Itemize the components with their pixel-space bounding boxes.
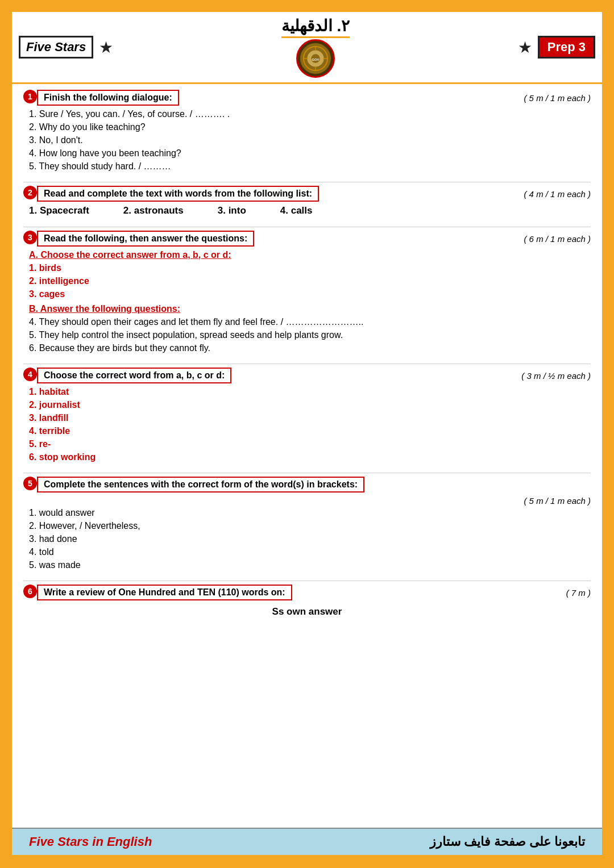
question-1: 1 Finish the following dialogue: ( 5 m /… bbox=[23, 90, 591, 172]
question-2: 2 Read and complete the text with words … bbox=[23, 186, 591, 216]
arabic-title: ٢. الدقهلية bbox=[281, 16, 350, 38]
q5-label-wrap: 5 Complete the sentences with the correc… bbox=[23, 477, 364, 493]
q1-answer-5: 5. They should study hard. / ……… bbox=[23, 161, 591, 172]
q5-marks: ( 5 m / 1 m each ) bbox=[23, 496, 591, 506]
emblem: GOV bbox=[296, 39, 335, 78]
q4-a-6: 6. stop working bbox=[23, 452, 591, 462]
q4-a-4: 4. terrible bbox=[23, 426, 591, 436]
q3-subsection-b-title: B. Answer the following questions: bbox=[23, 304, 591, 314]
q6-marks: ( 7 m ) bbox=[566, 588, 591, 598]
q4-marks: ( 3 m / ½ m each ) bbox=[521, 371, 591, 381]
question-5: 5 Complete the sentences with the correc… bbox=[23, 477, 591, 570]
header-center: ٢. الدقهلية GOV bbox=[281, 16, 350, 78]
header-left: Five Stars ★ bbox=[19, 36, 113, 59]
q4-a-5: 5. re- bbox=[23, 439, 591, 449]
q1-number: 1 bbox=[23, 90, 37, 103]
q2-header: 2 Read and complete the text with words … bbox=[23, 186, 591, 202]
q6-header: 6 Write a review of One Hundred and TEN … bbox=[23, 585, 591, 600]
q4-header: 4 Choose the correct word from a, b, c o… bbox=[23, 368, 591, 383]
q2-number: 2 bbox=[23, 186, 37, 199]
q1-label-wrap: 1 Finish the following dialogue: bbox=[23, 90, 179, 106]
header-right: ★ Prep 3 bbox=[518, 36, 595, 59]
page-footer: Five Stars in English تابعونا على صفحة ف… bbox=[12, 828, 602, 855]
q3-a-3: 3. cages bbox=[23, 289, 591, 299]
exam-page: Five Stars ★ ٢. الدقهلية GOV bbox=[10, 10, 604, 857]
q4-title: Choose the correct word from a, b, c or … bbox=[37, 368, 231, 383]
q2-label-wrap: 2 Read and complete the text with words … bbox=[23, 186, 319, 202]
q5-a-5: 5. was made bbox=[23, 560, 591, 570]
brand-label: Five Stars bbox=[26, 40, 86, 54]
q4-number: 4 bbox=[23, 368, 37, 381]
q4-a-3: 3. landfill bbox=[23, 413, 591, 423]
q1-title: Finish the following dialogue: bbox=[37, 90, 179, 106]
q5-number: 5 bbox=[23, 477, 37, 490]
q5-a-4: 4. told bbox=[23, 547, 591, 557]
q6-label-wrap: 6 Write a review of One Hundred and TEN … bbox=[23, 585, 292, 600]
q4-a-2: 2. journalist bbox=[23, 400, 591, 410]
q2-title: Read and complete the text with words fr… bbox=[37, 186, 319, 202]
star-icon-right: ★ bbox=[518, 38, 532, 57]
q3-a-2: 2. intelligence bbox=[23, 276, 591, 286]
q3-label-wrap: 3 Read the following, then answer the qu… bbox=[23, 231, 254, 247]
q5-title: Complete the sentences with the correct … bbox=[37, 477, 364, 493]
q3-b-2: 5. They help control the insect populati… bbox=[23, 330, 591, 340]
prep-label: Prep 3 bbox=[538, 36, 595, 59]
q1-answer-1: 1. Sure / Yes, you can. / Yes, of course… bbox=[23, 109, 591, 119]
question-6: 6 Write a review of One Hundred and TEN … bbox=[23, 585, 591, 617]
q5-a-2: 2. However, / Nevertheless, bbox=[23, 521, 591, 531]
q4-a-1: 1. habitat bbox=[23, 387, 591, 397]
q6-number: 6 bbox=[23, 585, 37, 598]
q3-subsection-a-title: A. Choose the correct answer from a, b, … bbox=[23, 250, 591, 260]
q4-label-wrap: 4 Choose the correct word from a, b, c o… bbox=[23, 368, 231, 383]
q3-number: 3 bbox=[23, 231, 37, 244]
q3-a-1: 1. birds bbox=[23, 263, 591, 273]
word-4: 4. calls bbox=[280, 205, 313, 216]
q1-answer-2: 2. Why do you like teaching? bbox=[23, 122, 591, 132]
q3-header: 3 Read the following, then answer the qu… bbox=[23, 231, 591, 247]
word-1: 1. Spacecraft bbox=[29, 205, 89, 216]
word-2: 2. astronauts bbox=[123, 205, 184, 216]
q5-a-3: 3. had done bbox=[23, 534, 591, 544]
star-icon-left: ★ bbox=[99, 38, 113, 57]
q6-title: Write a review of One Hundred and TEN (1… bbox=[37, 585, 292, 600]
footer-arabic: تابعونا على صفحة فايف ستارز bbox=[430, 834, 585, 849]
footer-english: Five Stars in English bbox=[29, 834, 152, 849]
brand-box: Five Stars bbox=[19, 36, 93, 59]
q3-b-1: 4. They should open their cages and let … bbox=[23, 317, 591, 327]
q1-header: 1 Finish the following dialogue: ( 5 m /… bbox=[23, 90, 591, 106]
q1-answer-4: 4. How long have you been teaching? bbox=[23, 148, 591, 158]
q5-header: 5 Complete the sentences with the correc… bbox=[23, 477, 591, 493]
question-3: 3 Read the following, then answer the qu… bbox=[23, 231, 591, 353]
page-header: Five Stars ★ ٢. الدقهلية GOV bbox=[12, 12, 602, 84]
emblem-inner: GOV bbox=[300, 43, 331, 74]
q3-title: Read the following, then answer the ques… bbox=[37, 231, 254, 247]
svg-text:GOV: GOV bbox=[312, 58, 320, 61]
word-3: 3. into bbox=[218, 205, 246, 216]
q2-words: 1. Spacecraft 2. astronauts 3. into 4. c… bbox=[23, 205, 591, 216]
q3-marks: ( 6 m / 1 m each ) bbox=[524, 234, 591, 244]
q1-marks: ( 5 m / 1 m each ) bbox=[524, 93, 591, 103]
q3-b-3: 6. Because they are birds but they canno… bbox=[23, 343, 591, 353]
content-area: 1 Finish the following dialogue: ( 5 m /… bbox=[12, 84, 602, 633]
question-4: 4 Choose the correct word from a, b, c o… bbox=[23, 368, 591, 462]
q6-answer: Ss own answer bbox=[23, 606, 591, 617]
q5-a-1: 1. would answer bbox=[23, 508, 591, 518]
q2-marks: ( 4 m / 1 m each ) bbox=[524, 189, 591, 199]
q1-answer-3: 3. No, I don't. bbox=[23, 135, 591, 145]
